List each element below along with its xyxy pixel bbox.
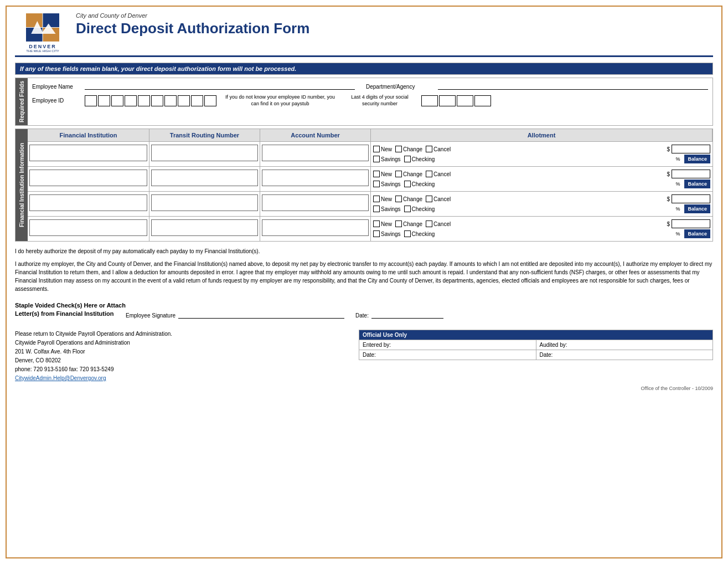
fi-row1-new-checkbox[interactable] [373,146,380,152]
fi-row1-cancel-checkbox[interactable] [426,146,432,152]
fi-row2-cancel-group: Cancel [426,171,454,177]
emp-id-box-1[interactable] [85,95,97,106]
fi-row3-checking-checkbox[interactable] [404,206,411,212]
fi-row3-change-label: Change [403,196,422,202]
official-date-left: Date: [359,350,536,360]
header-title: Direct Deposit Authorization Form [76,20,713,37]
sig-line[interactable] [178,309,344,319]
employee-name-input[interactable] [85,81,355,90]
fi-row4-cancel-group: Cancel [426,221,454,227]
fi-row2-account-input[interactable] [262,170,369,186]
fi-row3-account-input[interactable] [262,194,369,211]
official-date-right: Date: [536,350,713,360]
fi-row4-new-group: New [373,221,395,227]
fi-row2-checking-label: Checking [412,181,435,187]
emp-id-box-9[interactable] [191,95,203,106]
warning-banner: If any of these fields remain blank, you… [15,63,713,75]
contact-line1: Please return to Citywide Payroll Operat… [15,330,359,339]
fi-row3-new-group: New [373,196,395,202]
last4-box-4[interactable] [474,95,491,106]
emp-id-note: If you do not know your employee ID numb… [225,94,335,107]
fi-row4-institution-input[interactable] [29,219,147,236]
fi-row4-amount-input[interactable] [672,219,710,228]
emp-id-box-7[interactable] [164,95,177,106]
fi-row2-amount-input[interactable] [672,170,710,178]
fi-row4-cancel-checkbox[interactable] [426,221,432,227]
contact-link[interactable]: CitywideAdmin.Help@Denvergov.org [15,375,106,381]
fi-row3-amount-input[interactable] [672,194,710,203]
contact-line2: Citywide Payroll Operations and Administ… [15,339,359,347]
fi-row2-savings-checkbox[interactable] [373,181,380,187]
emp-id-box-6[interactable] [151,95,163,106]
fi-row3-savings-checkbox[interactable] [373,206,380,212]
emp-id-box-2[interactable] [98,95,110,106]
fi-row2-checking-checkbox[interactable] [404,181,411,187]
emp-id-box-3[interactable] [111,95,123,106]
header-subtitle: City and County of Denver [76,12,713,19]
emp-id-box-10[interactable] [204,95,216,106]
fi-row1-institution-input[interactable] [29,145,147,161]
employee-name-row: Employee Name Department/Agency [32,81,708,90]
fi-row2-percent: % [675,181,680,187]
footer: Office of the Controller - 10/2009 [15,386,713,391]
emp-id-box-8[interactable] [178,95,190,106]
fi-row1-checking-label: Checking [412,156,435,162]
fi-row4-savings-checkbox[interactable] [373,230,380,237]
fi-row2-change-checkbox[interactable] [395,171,402,177]
fi-row4-routing-input[interactable] [151,219,258,236]
fi-row4-balance-btn[interactable]: Balance [684,229,710,238]
fi-row1-percent: % [675,156,680,162]
fi-row1-savings-checkbox[interactable] [373,156,380,162]
fi-row2-savings-group: Savings [373,181,404,187]
dept-agency-input[interactable] [438,81,708,90]
fi-row3-change-checkbox[interactable] [395,196,402,202]
fi-row1-routing-input[interactable] [151,145,258,161]
fi-row4-change-checkbox[interactable] [395,221,402,227]
fi-row4-percent: % [675,231,680,237]
logo-subtext: THE MILE HIGH CITY [26,49,59,53]
fi-row2-cancel-checkbox[interactable] [426,171,432,177]
fi-row1-checking-checkbox[interactable] [404,156,411,162]
emp-id-box-4[interactable] [125,95,137,106]
fi-row3-cancel-checkbox[interactable] [426,196,432,202]
header: DENVER THE MILE HIGH CITY City and Count… [15,12,713,57]
fi-row4-checking-checkbox[interactable] [404,230,411,237]
fi-row1-amount-input[interactable] [672,145,710,153]
fi-row2-balance-btn[interactable]: Balance [684,180,710,188]
last4-box-1[interactable] [421,95,438,106]
fi-row1-change-checkbox[interactable] [395,146,402,152]
emp-id-box-5[interactable] [138,95,150,106]
employee-name-label: Employee Name [32,84,85,90]
fi-row3-dollar: $ [667,196,670,202]
logo-area: DENVER THE MILE HIGH CITY [15,12,70,53]
fi-row1-dollar: $ [667,146,670,152]
fi-row3-routing-input[interactable] [151,194,258,211]
fi-row3-new-checkbox[interactable] [373,196,380,202]
fi-row1-balance-btn[interactable]: Balance [684,155,710,163]
svg-rect-1 [43,13,59,27]
last4-label: Last 4 digits of your social security nu… [344,94,416,107]
warning-text: If any of these fields remain blank, you… [16,63,712,74]
fi-row3-cancel-group: Cancel [426,196,454,202]
fi-row4-new-checkbox[interactable] [373,221,380,227]
fi-row4-account-input[interactable] [262,219,369,236]
fi-row3-savings-group: Savings [373,206,404,212]
fi-header-account-number: Account Number [260,129,371,142]
fi-row3-institution-input[interactable] [29,194,147,211]
fi-row2-routing [149,167,260,191]
fi-row2-institution-input[interactable] [29,170,147,186]
official-entered-by: Entered by: [359,340,536,350]
last4-box-2[interactable] [439,95,456,106]
fi-row1-change-label: Change [403,146,422,152]
fi-row3-allot-bottom: Savings Checking % Balance [373,204,710,213]
fi-row2-new-checkbox[interactable] [373,171,380,177]
last4-box-3[interactable] [457,95,473,106]
fi-row4-savings-group: Savings [373,230,404,237]
fi-row2-new-group: New [373,171,395,177]
fi-row1-account-input[interactable] [262,145,369,161]
fi-row2-routing-input[interactable] [151,170,258,186]
fi-row4-routing [149,217,260,241]
fi-row3-balance-btn[interactable]: Balance [684,204,710,213]
date-line[interactable] [371,309,443,319]
contact-line3: 201 W. Colfax Ave. 4th Floor [15,347,359,356]
